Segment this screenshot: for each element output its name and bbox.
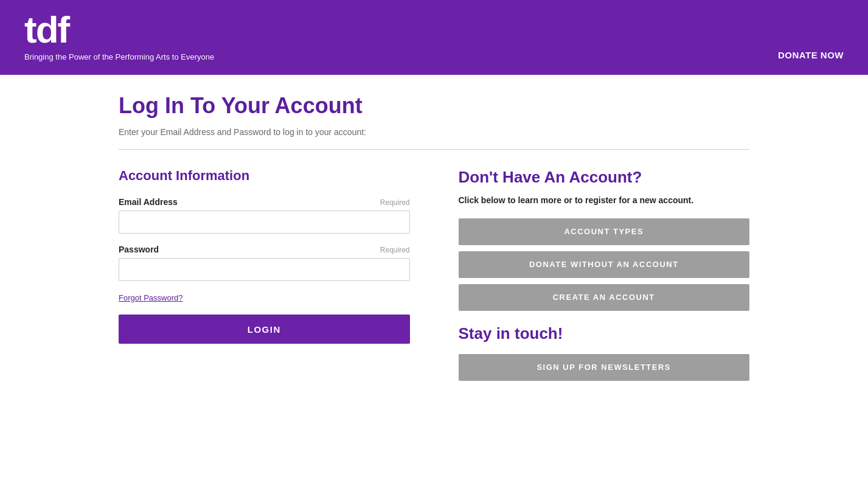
page-title: Log In To Your Account <box>119 93 749 119</box>
two-columns-layout: Account Information Email Address Requir… <box>119 168 749 387</box>
main-content: Log In To Your Account Enter your Email … <box>0 75 868 411</box>
right-column: Don't Have An Account? Click below to le… <box>459 168 750 387</box>
page-subtitle: Enter your Email Address and Password to… <box>119 127 749 137</box>
newsletter-button[interactable]: SIGN UP FOR NEWSLETTERS <box>459 354 750 381</box>
no-account-subtitle: Click below to learn more or to register… <box>459 195 750 205</box>
forgot-password-link[interactable]: Forgot Password? <box>119 293 183 302</box>
password-label: Password <box>119 245 159 254</box>
donate-now-link[interactable]: DONATE NOW <box>778 50 844 60</box>
password-required: Required <box>380 246 410 254</box>
email-input[interactable] <box>119 210 410 234</box>
left-column: Account Information Email Address Requir… <box>119 168 410 387</box>
stay-in-touch-title: Stay in touch! <box>459 324 750 343</box>
donate-without-account-button[interactable]: DONATE WITHOUT AN ACCOUNT <box>459 251 750 278</box>
email-required: Required <box>380 198 410 207</box>
password-field-row: Password Required <box>119 245 410 254</box>
email-field-row: Email Address Required <box>119 197 410 207</box>
site-header: tdf Bringing the Power of the Performing… <box>0 0 868 75</box>
create-account-button[interactable]: CREATE AN ACCOUNT <box>459 284 750 311</box>
login-button[interactable]: LOGIN <box>119 315 410 344</box>
email-label: Email Address <box>119 197 178 207</box>
header-left: tdf Bringing the Power of the Performing… <box>24 11 214 64</box>
no-account-title: Don't Have An Account? <box>459 168 750 187</box>
account-info-title: Account Information <box>119 168 410 184</box>
account-types-button[interactable]: ACCOUNT TYPES <box>459 218 750 245</box>
site-tagline: Bringing the Power of the Performing Art… <box>24 52 214 61</box>
divider <box>119 149 749 150</box>
password-input[interactable] <box>119 258 410 281</box>
site-logo[interactable]: tdf <box>24 11 214 49</box>
